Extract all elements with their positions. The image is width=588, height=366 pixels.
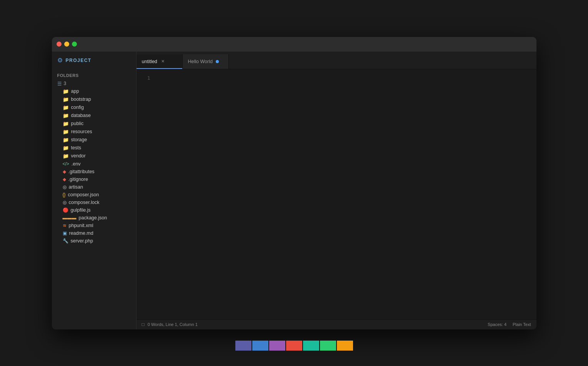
file-name: .env xyxy=(72,161,81,167)
file-icon: ▣ xyxy=(63,231,67,236)
swatch-2[interactable] xyxy=(252,341,268,351)
file-icon: ◆ xyxy=(63,177,66,182)
file-name: artisan xyxy=(69,184,83,190)
folder-icon: 📁 xyxy=(63,145,69,151)
file-artisan[interactable]: ◎ artisan xyxy=(52,183,136,191)
editor-content[interactable]: 1 xyxy=(137,69,536,319)
file-icon: 🔧 xyxy=(63,238,68,244)
file-phpunit-xml[interactable]: ≋ phpunit.xml xyxy=(52,222,136,229)
folder-icon: 📁 xyxy=(63,105,69,110)
folder-vendor[interactable]: 📁 vendor xyxy=(52,152,136,160)
folder-app[interactable]: 📁 app xyxy=(52,87,136,95)
folder-tests[interactable]: 📁 tests xyxy=(52,144,136,152)
folder-icon: 📁 xyxy=(63,153,69,159)
swatch-1[interactable] xyxy=(235,341,252,351)
editor-text-area[interactable] xyxy=(156,69,536,319)
tree-icon: ☰ xyxy=(57,81,62,87)
folder-name: public xyxy=(71,121,84,126)
folder-name: resources xyxy=(71,129,92,134)
folder-name: config xyxy=(71,105,84,110)
project-icon: ⚙ xyxy=(57,57,63,64)
file-composer-lock[interactable]: ◎ composer.lock xyxy=(52,199,136,206)
status-doc-icon: □ xyxy=(142,322,145,327)
file-icon: ▬▬▬ xyxy=(63,215,77,221)
desktop: ⚙ PROJECT FOLDERS ☰ 3 📁 app 📁 xyxy=(0,0,588,366)
folders-heading: FOLDERS xyxy=(52,72,136,80)
file-env[interactable]: </> .env xyxy=(52,160,136,168)
file-name: .gitattributes xyxy=(68,169,95,174)
file-name: .gitignore xyxy=(68,177,88,182)
swatch-3[interactable] xyxy=(269,341,285,351)
tab-label: Hello World xyxy=(188,59,213,64)
folder-icon: 📁 xyxy=(63,137,69,143)
status-spaces[interactable]: Spaces: 4 xyxy=(488,322,506,327)
folder-icon: 📁 xyxy=(63,97,69,102)
traffic-lights xyxy=(57,42,77,47)
file-icon: ◎ xyxy=(63,200,67,205)
status-language[interactable]: Plain Text xyxy=(513,322,531,327)
app-window: ⚙ PROJECT FOLDERS ☰ 3 📁 app 📁 xyxy=(52,37,536,329)
folder-storage[interactable]: 📁 storage xyxy=(52,136,136,144)
file-readme-md[interactable]: ▣ readme.md xyxy=(52,229,136,237)
unsaved-indicator xyxy=(216,60,219,63)
file-name: composer.json xyxy=(68,192,99,197)
folder-name: storage xyxy=(71,137,87,142)
editor-area: untitled ✕ Hello World 1 xyxy=(137,52,536,329)
file-icon: ◆ xyxy=(63,169,66,174)
swatch-7[interactable] xyxy=(337,341,353,351)
tree-root[interactable]: ☰ 3 xyxy=(52,80,136,87)
file-name: composer.lock xyxy=(69,200,100,205)
sidebar-header: ⚙ PROJECT xyxy=(52,52,136,69)
file-icon: ≋ xyxy=(63,223,67,228)
folder-bootstrap[interactable]: 📁 bootstrap xyxy=(52,95,136,104)
tab-untitled[interactable]: untitled ✕ xyxy=(137,54,183,69)
close-button[interactable] xyxy=(57,42,62,47)
file-icon: 🔴 xyxy=(63,207,68,213)
folder-database[interactable]: 📁 database xyxy=(52,112,136,120)
main-layout: ⚙ PROJECT FOLDERS ☰ 3 📁 app 📁 xyxy=(52,52,536,329)
file-icon: ◎ xyxy=(63,184,67,190)
folder-name: bootstrap xyxy=(71,97,91,102)
titlebar xyxy=(52,37,536,52)
folder-icon: 📁 xyxy=(63,113,69,119)
file-composer-json[interactable]: {} composer.json xyxy=(52,191,136,199)
folder-icon: 📁 xyxy=(63,129,69,135)
line-numbers: 1 xyxy=(137,69,156,319)
swatch-6[interactable] xyxy=(320,341,336,351)
file-name: package.json xyxy=(79,215,107,221)
file-package-json[interactable]: ▬▬▬ package.json xyxy=(52,214,136,222)
swatch-5[interactable] xyxy=(303,341,319,351)
file-name: phpunit.xml xyxy=(69,223,93,228)
file-gitattributes[interactable]: ◆ .gitattributes xyxy=(52,168,136,175)
maximize-button[interactable] xyxy=(72,42,77,47)
folders-section: FOLDERS ☰ 3 📁 app 📁 bootstrap xyxy=(52,69,136,329)
file-server-php[interactable]: 🔧 server.php xyxy=(52,237,136,245)
file-gulpfile[interactable]: 🔴 gulpfile.js xyxy=(52,206,136,214)
file-icon: {} xyxy=(63,192,66,197)
tree-root-count: 3 xyxy=(64,81,67,86)
folder-public[interactable]: 📁 public xyxy=(52,120,136,128)
swatch-4[interactable] xyxy=(286,341,302,351)
tab-bar: untitled ✕ Hello World xyxy=(137,52,536,69)
folder-config[interactable]: 📁 config xyxy=(52,104,136,112)
tab-label: untitled xyxy=(142,59,157,64)
folder-resources[interactable]: 📁 resources xyxy=(52,128,136,136)
minimize-button[interactable] xyxy=(64,42,69,47)
project-label: PROJECT xyxy=(66,58,92,63)
status-left: □ 0 Words, Line 1, Column 1 xyxy=(142,322,488,327)
folder-name: app xyxy=(71,89,79,94)
line-number-1: 1 xyxy=(147,74,150,82)
tab-hello-world[interactable]: Hello World xyxy=(183,54,229,69)
sidebar: ⚙ PROJECT FOLDERS ☰ 3 📁 app 📁 xyxy=(52,52,137,329)
folder-name: database xyxy=(71,113,91,118)
status-right: Spaces: 4 Plain Text xyxy=(488,322,531,327)
status-bar: □ 0 Words, Line 1, Column 1 Spaces: 4 Pl… xyxy=(137,319,536,329)
file-name: readme.md xyxy=(69,231,93,236)
file-gitignore[interactable]: ◆ .gitignore xyxy=(52,175,136,183)
folder-icon: 📁 xyxy=(63,89,69,94)
file-name: gulpfile.js xyxy=(71,207,91,213)
folder-icon: 📁 xyxy=(63,121,69,127)
tab-close-button[interactable]: ✕ xyxy=(160,58,165,65)
file-icon: </> xyxy=(63,161,69,167)
file-name: server.php xyxy=(71,238,93,244)
